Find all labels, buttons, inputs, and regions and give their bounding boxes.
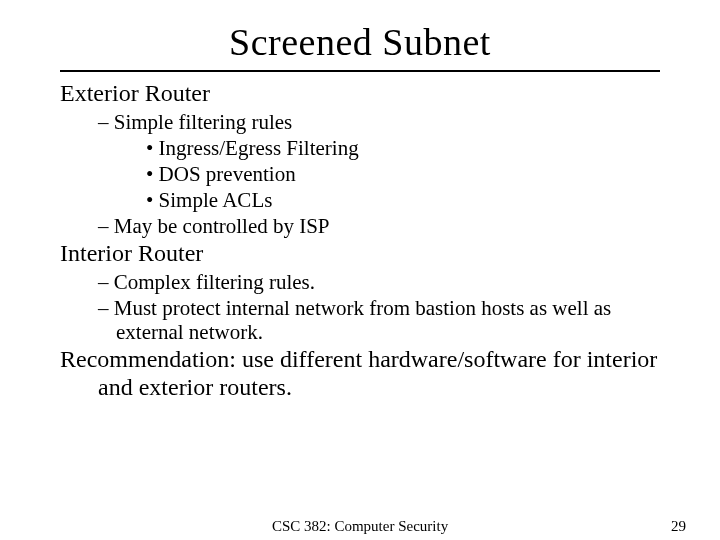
sub-bullet-item: DOS prevention xyxy=(60,162,660,186)
slide: Screened Subnet Exterior Router Simple f… xyxy=(0,0,720,540)
bullet-text: Simple ACLs xyxy=(159,188,273,212)
bullet-text: May be controlled by ISP xyxy=(114,214,330,238)
section-heading: Exterior Router xyxy=(60,80,660,108)
bullet-item: Must protect internal network from basti… xyxy=(60,296,660,344)
bullet-text: Must protect internal network from basti… xyxy=(114,296,612,344)
slide-title: Screened Subnet xyxy=(60,20,660,70)
bullet-item: Complex filtering rules. xyxy=(60,270,660,294)
footer-course: CSC 382: Computer Security xyxy=(0,518,720,535)
bullet-text: Complex filtering rules. xyxy=(114,270,315,294)
footer-page-number: 29 xyxy=(671,518,686,535)
section-heading: Interior Router xyxy=(60,240,660,268)
bullet-item: May be controlled by ISP xyxy=(60,214,660,238)
recommendation-text: Recommendation: use different hardware/s… xyxy=(60,346,660,401)
slide-body: Exterior Router Simple filtering rules I… xyxy=(60,80,660,402)
sub-bullet-item: Simple ACLs xyxy=(60,188,660,212)
bullet-text: DOS prevention xyxy=(159,162,296,186)
title-rule xyxy=(60,70,660,72)
bullet-item: Simple filtering rules xyxy=(60,110,660,134)
bullet-text: Ingress/Egress Filtering xyxy=(159,136,359,160)
sub-bullet-item: Ingress/Egress Filtering xyxy=(60,136,660,160)
bullet-text: Simple filtering rules xyxy=(114,110,292,134)
